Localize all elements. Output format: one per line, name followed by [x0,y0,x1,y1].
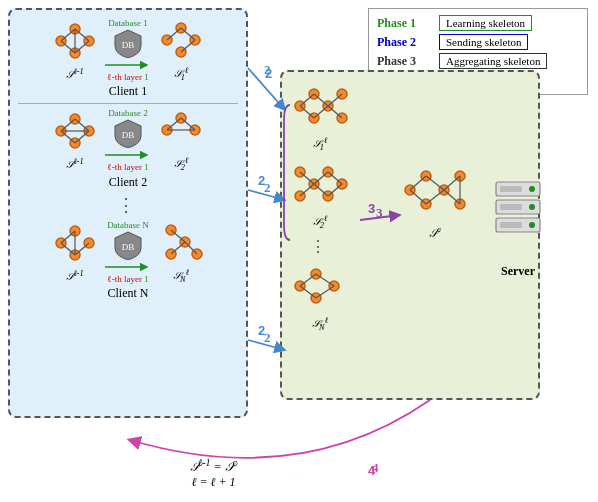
c1-s-curr-label: 𝒮1ℓ [157,66,205,82]
c2-layer-label: ℓ-th layer 1 [107,162,148,172]
svg-line-33 [181,118,195,130]
client1-db-section: Database 1 DB [103,18,153,82]
clientN-db-section: Database N DB ℓ-th layer 1 [103,220,153,284]
graph-svg-cN-right [157,220,205,264]
graph-svg-c1-right [157,18,205,62]
svg-line-32 [167,118,181,130]
svg-line-81 [300,286,316,298]
cN-db-icon: DB [103,230,153,260]
server-graph-N: 𝒮Nℓ [290,260,350,332]
aggregate-svg [400,160,470,220]
client-N-block: 𝒮ℓ-1 Database N DB [18,220,238,301]
svg-line-4 [61,29,75,41]
c2-s-prev-label: 𝒮ℓ-1 [51,157,99,171]
svg-rect-103 [500,186,522,192]
main-container: Phase 1 Learning skeleton Phase 2 Sendin… [0,0,598,502]
svg-line-17 [181,40,195,52]
client2-right-graph: 𝒮2ℓ [157,108,205,172]
svg-line-23 [61,131,75,143]
svg-text:DB: DB [122,40,135,50]
c1-db-label: Database 1 [108,18,148,28]
svg-rect-104 [500,204,522,210]
svg-line-75 [328,184,342,196]
svg-rect-105 [500,222,522,228]
graph-svg-c2-right [157,108,205,152]
server-graph-2: 𝒮2ℓ [290,158,350,230]
svg-line-94 [444,176,460,190]
svg-line-58 [300,94,314,106]
server-sN-label: 𝒮Nℓ [290,316,350,332]
badge-2-c2-div: 2 [264,180,271,196]
svg-text:DB: DB [122,130,135,140]
server-text-label: Server [488,264,548,279]
graph-svg-c1-left [51,19,99,63]
formula-block: 𝒮ℓ-1 = 𝒮c ℓ = ℓ + 1 [190,457,237,490]
svg-line-82 [316,274,334,286]
phase1-desc: Learning skeleton [439,15,532,31]
cN-s-curr-label: 𝒮Nℓ [157,268,205,284]
svg-line-74 [328,172,342,184]
cN-layer-arrow [103,260,153,274]
svg-line-83 [316,286,334,298]
svg-line-25 [75,131,89,143]
server-svg-icon [488,180,548,260]
client2-db-section: Database 2 DB ℓ-th layer 1 [103,108,153,172]
c1-s-prev-label: 𝒮ℓ-1 [51,67,99,81]
client2-left-graph: 𝒮ℓ-1 [51,109,99,171]
clientN-left-graph: 𝒮ℓ-1 [51,221,99,283]
badge-2-c1-div: 2 [264,62,271,78]
phase2-label: Phase 2 [377,35,435,50]
svg-line-93 [426,190,444,204]
aggregate-label: 𝒮c [400,224,470,240]
legend-row-1: Phase 1 Learning skeleton [377,15,579,31]
svg-line-39 [61,231,75,243]
svg-line-63 [328,106,342,118]
server-graph-svg-2 [290,158,350,210]
server-graph-1: 𝒮1ℓ [290,80,350,152]
client1-label: Client 1 [18,84,238,99]
clientN-label: Client N [18,286,238,301]
client2-label: Client 2 [18,175,238,190]
svg-line-73 [314,184,328,196]
c1-layer-label: ℓ-th layer 1 [107,72,148,82]
legend-row-3: Phase 3 Aggregating skeleton [377,53,579,69]
svg-line-7 [75,41,89,53]
svg-point-102 [529,222,535,228]
phase1-label: Phase 1 [377,16,435,31]
server-s1-label: 𝒮1ℓ [290,136,350,152]
badge-3-div: 3 [376,205,383,221]
c1-arrow-svg: DB [103,28,153,58]
svg-line-16 [181,28,195,40]
svg-text:DB: DB [122,242,135,252]
server-icon: Server [488,180,548,279]
client1-left-graph: 𝒮ℓ-1 [51,19,99,81]
badge-4-div: 4 [372,460,379,476]
svg-line-60 [314,94,328,106]
formula-line2: ℓ = ℓ + 1 [190,475,237,490]
badge-2-cN-div: 2 [264,330,271,346]
c2-layer-arrow [103,148,153,162]
svg-line-70 [300,172,314,184]
svg-line-80 [300,274,316,286]
svg-line-51 [185,242,197,254]
svg-line-61 [314,106,328,118]
clientN-right-graph: 𝒮Nℓ [157,220,205,284]
svg-line-22 [61,119,75,131]
phase3-desc: Aggregating skeleton [439,53,547,69]
cN-s-prev-label: 𝒮ℓ-1 [51,269,99,283]
svg-line-92 [426,176,444,190]
svg-point-101 [529,204,535,210]
svg-line-95 [444,190,460,204]
phase2-desc: Sending skeleton [439,34,528,50]
svg-line-59 [300,106,314,118]
svg-line-50 [171,242,185,254]
c1-layer-arrow [103,58,153,72]
c2-s-curr-label: 𝒮2ℓ [157,156,205,172]
svg-line-62 [328,94,342,106]
svg-line-72 [314,172,328,184]
client-2-block: 𝒮ℓ-1 Database 2 DB [18,108,238,189]
server-graph-svg-1 [290,80,350,132]
cN-db-label: Database N [107,220,149,230]
cN-layer-label: ℓ-th layer 1 [107,274,148,284]
server-graph-svg-N [290,260,350,312]
